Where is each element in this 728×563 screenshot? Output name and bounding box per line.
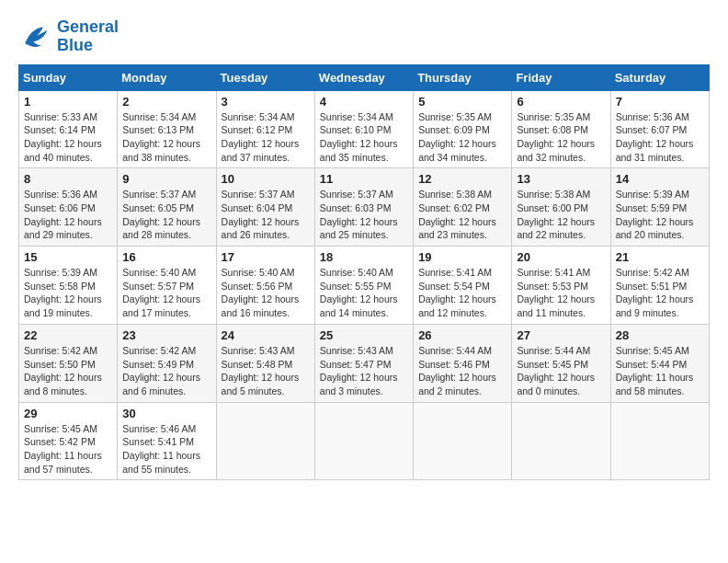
- calendar-cell: [610, 402, 709, 480]
- col-tuesday: Tuesday: [216, 64, 314, 90]
- day-number: 3: [222, 95, 310, 109]
- day-info: Sunrise: 5:44 AM Sunset: 5:46 PM Dayligh…: [418, 344, 506, 398]
- calendar-cell: 29 Sunrise: 5:45 AM Sunset: 5:42 PM Dayl…: [19, 402, 118, 480]
- day-info: Sunrise: 5:36 AM Sunset: 6:06 PM Dayligh…: [24, 188, 112, 242]
- calendar-cell: 18 Sunrise: 5:40 AM Sunset: 5:55 PM Dayl…: [314, 247, 413, 325]
- calendar-cell: 2 Sunrise: 5:34 AM Sunset: 6:13 PM Dayli…: [118, 90, 216, 168]
- day-number: 19: [418, 250, 506, 264]
- calendar-cell: 3 Sunrise: 5:34 AM Sunset: 6:12 PM Dayli…: [216, 90, 314, 168]
- calendar-cell: 16 Sunrise: 5:40 AM Sunset: 5:57 PM Dayl…: [118, 247, 216, 325]
- calendar-cell: 11 Sunrise: 5:37 AM Sunset: 6:03 PM Dayl…: [314, 168, 413, 247]
- day-info: Sunrise: 5:44 AM Sunset: 5:45 PM Dayligh…: [517, 344, 605, 398]
- day-info: Sunrise: 5:39 AM Sunset: 5:59 PM Dayligh…: [616, 188, 704, 242]
- day-info: Sunrise: 5:46 AM Sunset: 5:41 PM Dayligh…: [122, 422, 210, 477]
- calendar-cell: 20 Sunrise: 5:41 AM Sunset: 5:53 PM Dayl…: [512, 247, 610, 325]
- week-row-2: 8 Sunrise: 5:36 AM Sunset: 6:06 PM Dayli…: [19, 168, 710, 247]
- day-number: 25: [320, 328, 408, 342]
- day-info: Sunrise: 5:34 AM Sunset: 6:12 PM Dayligh…: [222, 110, 310, 165]
- logo: General Blue: [18, 18, 119, 55]
- day-info: Sunrise: 5:37 AM Sunset: 6:05 PM Dayligh…: [122, 188, 210, 242]
- day-info: Sunrise: 5:34 AM Sunset: 6:13 PM Dayligh…: [122, 110, 210, 165]
- calendar-header-row: Sunday Monday Tuesday Wednesday Thursday…: [19, 64, 710, 90]
- day-info: Sunrise: 5:37 AM Sunset: 6:04 PM Dayligh…: [222, 188, 310, 242]
- day-number: 17: [222, 250, 310, 264]
- day-number: 2: [122, 95, 210, 109]
- day-info: Sunrise: 5:42 AM Sunset: 5:50 PM Dayligh…: [24, 344, 112, 398]
- calendar-cell: 25 Sunrise: 5:43 AM Sunset: 5:47 PM Dayl…: [314, 324, 413, 402]
- calendar-cell: 19 Sunrise: 5:41 AM Sunset: 5:54 PM Dayl…: [414, 247, 512, 325]
- day-info: Sunrise: 5:37 AM Sunset: 6:03 PM Dayligh…: [320, 188, 408, 242]
- calendar-cell: 6 Sunrise: 5:35 AM Sunset: 6:08 PM Dayli…: [512, 90, 610, 168]
- col-wednesday: Wednesday: [314, 64, 413, 90]
- day-number: 20: [517, 250, 605, 264]
- day-info: Sunrise: 5:38 AM Sunset: 6:00 PM Dayligh…: [517, 188, 605, 242]
- day-info: Sunrise: 5:43 AM Sunset: 5:48 PM Dayligh…: [222, 344, 310, 398]
- week-row-1: 1 Sunrise: 5:33 AM Sunset: 6:14 PM Dayli…: [19, 90, 710, 168]
- day-number: 26: [418, 328, 506, 342]
- day-number: 11: [320, 172, 408, 186]
- calendar-cell: 1 Sunrise: 5:33 AM Sunset: 6:14 PM Dayli…: [19, 90, 118, 168]
- day-number: 5: [418, 95, 506, 109]
- day-number: 21: [616, 250, 704, 264]
- day-number: 15: [24, 250, 112, 264]
- day-number: 29: [24, 407, 112, 420]
- day-info: Sunrise: 5:40 AM Sunset: 5:57 PM Dayligh…: [122, 266, 210, 320]
- day-number: 14: [616, 172, 704, 186]
- day-info: Sunrise: 5:33 AM Sunset: 6:14 PM Dayligh…: [24, 110, 112, 165]
- calendar-cell: 26 Sunrise: 5:44 AM Sunset: 5:46 PM Dayl…: [414, 324, 512, 402]
- day-number: 8: [24, 172, 112, 186]
- day-info: Sunrise: 5:34 AM Sunset: 6:10 PM Dayligh…: [320, 110, 408, 165]
- calendar-cell: 12 Sunrise: 5:38 AM Sunset: 6:02 PM Dayl…: [414, 168, 512, 247]
- calendar-cell: [512, 402, 610, 480]
- calendar-cell: 17 Sunrise: 5:40 AM Sunset: 5:56 PM Dayl…: [216, 247, 314, 325]
- calendar-cell: 8 Sunrise: 5:36 AM Sunset: 6:06 PM Dayli…: [19, 168, 118, 247]
- day-info: Sunrise: 5:39 AM Sunset: 5:58 PM Dayligh…: [24, 266, 112, 320]
- day-info: Sunrise: 5:41 AM Sunset: 5:53 PM Dayligh…: [517, 266, 605, 320]
- day-number: 4: [320, 95, 408, 109]
- day-number: 10: [222, 172, 310, 186]
- calendar-cell: 15 Sunrise: 5:39 AM Sunset: 5:58 PM Dayl…: [19, 247, 118, 325]
- day-info: Sunrise: 5:40 AM Sunset: 5:56 PM Dayligh…: [222, 266, 310, 320]
- day-number: 27: [517, 328, 605, 342]
- calendar-cell: 10 Sunrise: 5:37 AM Sunset: 6:04 PM Dayl…: [216, 168, 314, 247]
- calendar-table: Sunday Monday Tuesday Wednesday Thursday…: [18, 64, 710, 481]
- day-info: Sunrise: 5:36 AM Sunset: 6:07 PM Dayligh…: [616, 110, 704, 165]
- day-info: Sunrise: 5:38 AM Sunset: 6:02 PM Dayligh…: [418, 188, 506, 242]
- day-number: 24: [222, 328, 310, 342]
- day-number: 16: [122, 250, 210, 264]
- day-number: 18: [320, 250, 408, 264]
- day-number: 23: [122, 328, 210, 342]
- calendar-cell: 30 Sunrise: 5:46 AM Sunset: 5:41 PM Dayl…: [118, 402, 216, 480]
- day-number: 30: [122, 407, 210, 420]
- calendar-cell: 14 Sunrise: 5:39 AM Sunset: 5:59 PM Dayl…: [610, 168, 709, 247]
- day-info: Sunrise: 5:45 AM Sunset: 5:42 PM Dayligh…: [24, 422, 112, 477]
- col-saturday: Saturday: [610, 64, 709, 90]
- day-number: 13: [517, 172, 605, 186]
- calendar-cell: 22 Sunrise: 5:42 AM Sunset: 5:50 PM Dayl…: [19, 324, 118, 402]
- day-info: Sunrise: 5:35 AM Sunset: 6:09 PM Dayligh…: [418, 110, 506, 165]
- day-info: Sunrise: 5:45 AM Sunset: 5:44 PM Dayligh…: [616, 344, 704, 398]
- week-row-3: 15 Sunrise: 5:39 AM Sunset: 5:58 PM Dayl…: [19, 247, 710, 325]
- calendar-cell: [216, 402, 314, 480]
- day-info: Sunrise: 5:40 AM Sunset: 5:55 PM Dayligh…: [320, 266, 408, 320]
- col-friday: Friday: [512, 64, 610, 90]
- day-number: 7: [616, 95, 704, 109]
- day-number: 1: [24, 95, 112, 109]
- col-monday: Monday: [118, 64, 216, 90]
- calendar-cell: [414, 402, 512, 480]
- calendar-cell: 23 Sunrise: 5:42 AM Sunset: 5:49 PM Dayl…: [118, 324, 216, 402]
- col-thursday: Thursday: [414, 64, 512, 90]
- week-row-4: 22 Sunrise: 5:42 AM Sunset: 5:50 PM Dayl…: [19, 324, 710, 402]
- week-row-5: 29 Sunrise: 5:45 AM Sunset: 5:42 PM Dayl…: [19, 402, 710, 480]
- calendar-cell: 21 Sunrise: 5:42 AM Sunset: 5:51 PM Dayl…: [610, 247, 709, 325]
- calendar-cell: 13 Sunrise: 5:38 AM Sunset: 6:00 PM Dayl…: [512, 168, 610, 247]
- calendar-cell: [314, 402, 413, 480]
- day-number: 6: [517, 95, 605, 109]
- page-header: General Blue: [18, 18, 710, 55]
- calendar-cell: 5 Sunrise: 5:35 AM Sunset: 6:09 PM Dayli…: [414, 90, 512, 168]
- calendar-cell: 28 Sunrise: 5:45 AM Sunset: 5:44 PM Dayl…: [610, 324, 709, 402]
- calendar-cell: 27 Sunrise: 5:44 AM Sunset: 5:45 PM Dayl…: [512, 324, 610, 402]
- day-number: 9: [122, 172, 210, 186]
- calendar-cell: 24 Sunrise: 5:43 AM Sunset: 5:48 PM Dayl…: [216, 324, 314, 402]
- calendar-cell: 9 Sunrise: 5:37 AM Sunset: 6:05 PM Dayli…: [118, 168, 216, 247]
